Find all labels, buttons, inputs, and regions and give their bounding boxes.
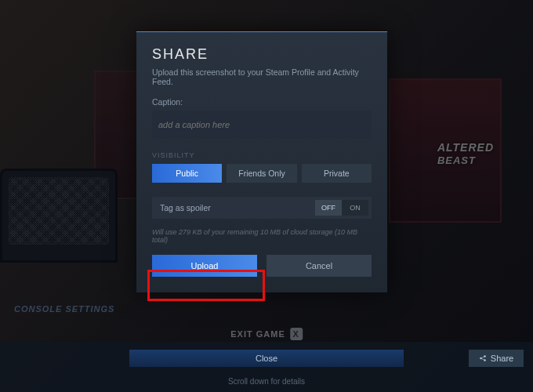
dialog-title: SHARE	[152, 46, 372, 63]
storage-info: Will use 279 KB of your remaining 10 MB …	[152, 228, 372, 244]
visibility-private[interactable]: Private	[302, 164, 372, 183]
spoiler-toggle[interactable]: OFF ON	[315, 200, 368, 216]
spoiler-label: Tag as spoiler	[160, 203, 211, 212]
share-button[interactable]: Share	[469, 350, 524, 367]
visibility-friends-only[interactable]: Friends Only	[227, 164, 296, 183]
cancel-button[interactable]: Cancel	[266, 255, 372, 277]
share-dialog: SHARE Upload this screenshot to your Ste…	[136, 31, 387, 292]
scroll-hint: Scroll down for details	[228, 377, 305, 386]
visibility-row: Public Friends Only Private	[152, 164, 372, 183]
overlay-bottom-bar: Close Share Scroll down for details	[0, 342, 533, 392]
dialog-subtitle: Upload this screenshot to your Steam Pro…	[152, 67, 372, 86]
share-icon	[479, 354, 487, 362]
svg-line-3	[480, 357, 484, 359]
toggle-off[interactable]: OFF	[315, 200, 342, 216]
caption-input[interactable]	[152, 111, 372, 139]
caption-label: Caption:	[152, 97, 372, 107]
spoiler-row: Tag as spoiler OFF ON	[152, 197, 372, 219]
dialog-actions: Upload Cancel	[152, 255, 372, 277]
svg-line-4	[480, 358, 484, 361]
upload-button[interactable]: Upload	[152, 255, 257, 277]
close-button[interactable]: Close	[129, 350, 404, 367]
visibility-label: VISIBILITY	[152, 151, 372, 159]
toggle-on[interactable]: ON	[342, 200, 368, 216]
visibility-public[interactable]: Public	[152, 164, 222, 183]
